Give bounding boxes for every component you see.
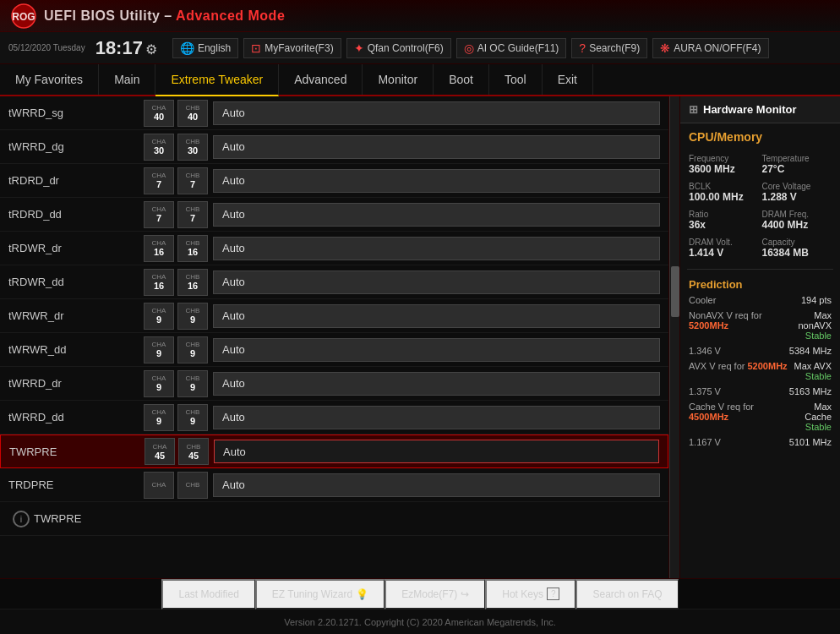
nav-tool[interactable]: Tool: [489, 64, 543, 95]
param-input[interactable]: [214, 440, 659, 463]
chb-box: CHB 9: [177, 303, 208, 330]
stat-value: 36x: [689, 219, 759, 231]
nav-main[interactable]: Main: [99, 64, 155, 95]
scrollbar[interactable]: [669, 96, 679, 578]
navbar: My Favorites Main Extreme Tweaker Advanc…: [0, 64, 840, 96]
param-input[interactable]: [213, 271, 660, 294]
stat-cell: DRAM Volt. 1.414 V: [687, 234, 761, 262]
hot-keys-btn[interactable]: Hot Keys ?: [485, 579, 575, 609]
param-row[interactable]: TWRPRE CHA 45 CHB 45: [0, 435, 668, 468]
cha-box: CHA 9: [144, 336, 174, 363]
param-row[interactable]: tWRRD_sg CHA 40 CHB 40: [0, 96, 668, 130]
nav-exit[interactable]: Exit: [543, 64, 593, 95]
fan-icon: ✦: [354, 41, 364, 55]
cha-box: CHA 45: [145, 438, 175, 465]
stat-label: DRAM Freq.: [762, 210, 832, 219]
search-btn[interactable]: ? Search(F9): [571, 38, 647, 58]
prediction-row: 1.167 V 5101 MHz: [680, 435, 840, 450]
app-title: UEFI BIOS Utility – Advanced Mode: [44, 8, 285, 24]
cha-value: 16: [154, 247, 164, 257]
param-row[interactable]: tWRWR_dd CHA 9 CHB 9: [0, 333, 668, 367]
prediction-row: 1.346 V 5384 MHz: [680, 343, 840, 358]
last-modified-btn[interactable]: Last Modified: [161, 579, 254, 609]
ez-tuning-btn[interactable]: EZ Tuning Wizard 💡: [255, 579, 385, 609]
nav-advanced[interactable]: Advanced: [279, 64, 363, 95]
bottom-bar: Last Modified EZ Tuning Wizard 💡 EzMode(…: [0, 578, 840, 609]
param-input[interactable]: [213, 169, 660, 193]
chb-label: CHB: [186, 341, 200, 348]
nav-monitor[interactable]: Monitor: [363, 64, 434, 95]
aura-btn[interactable]: ❋ AURA ON/OFF(F4): [652, 38, 768, 58]
param-input[interactable]: [213, 135, 660, 159]
chb-label: CHB: [186, 239, 200, 247]
lightbulb-icon: 💡: [356, 588, 368, 600]
cha-value: 40: [154, 112, 164, 122]
param-row[interactable]: tRDRD_dr CHA 7 CHB 7: [0, 164, 668, 198]
chb-value: 16: [188, 247, 198, 257]
cha-value: 9: [156, 348, 161, 358]
english-btn[interactable]: 🌐 English: [172, 38, 238, 58]
nav-extreme-tweaker[interactable]: Extreme Tweaker: [155, 64, 279, 96]
param-row[interactable]: tWRWR_dr CHA 9 CHB 9: [0, 299, 668, 333]
aioc-btn[interactable]: ◎ AI OC Guide(F11): [456, 38, 567, 58]
param-row[interactable]: tRDWR_dr CHA 16 CHB 16: [0, 232, 668, 265]
cha-box: CHA 7: [144, 167, 174, 194]
chb-box: CHB 9: [177, 404, 208, 431]
cha-label: CHA: [152, 307, 166, 314]
scroll-thumb[interactable]: [671, 266, 679, 317]
pred-value: Max nonAVXStable: [786, 310, 832, 341]
cha-value: 16: [154, 281, 164, 291]
param-name: tRDWR_dd: [8, 276, 144, 288]
stat-label: DRAM Volt.: [689, 238, 759, 247]
chb-label: CHB: [186, 307, 200, 314]
param-row[interactable]: tWRRD_dg CHA 30 CHB 30: [0, 130, 668, 164]
datetime-display: 05/12/2020 Tuesday: [8, 43, 85, 53]
stat-value: 1.414 V: [689, 247, 759, 259]
param-row[interactable]: tRDWR_dd CHA 16 CHB 16: [0, 265, 668, 299]
param-input[interactable]: [213, 372, 660, 396]
stat-label: Ratio: [689, 210, 759, 219]
chb-box: CHB 30: [177, 134, 208, 161]
param-input[interactable]: [213, 101, 660, 125]
cha-label: CHA: [153, 443, 167, 451]
stat-value: 27°C: [762, 163, 832, 175]
cha-box: CHA 16: [144, 235, 174, 262]
pred-label: 1.167 V: [689, 437, 721, 447]
param-input[interactable]: [213, 304, 660, 328]
param-row[interactable]: tWRRD_dr CHA 9 CHB 9: [0, 367, 668, 401]
param-name: tWRWR_dd: [8, 343, 144, 356]
param-row[interactable]: tWRRD_dd CHA 9 CHB 9: [0, 401, 668, 435]
stat-cell: BCLK 100.00 MHz: [687, 178, 761, 206]
chb-label: CHB: [186, 374, 200, 382]
param-row[interactable]: tRDRD_dd CHA 7 CHB 7: [0, 198, 668, 232]
param-name: tRDWR_dr: [8, 242, 144, 254]
chb-label: CHB: [186, 172, 200, 179]
param-input[interactable]: [213, 473, 660, 497]
qfan-btn[interactable]: ✦ Qfan Control(F6): [346, 38, 451, 58]
param-name: TWRPRE: [9, 445, 145, 458]
param-input[interactable]: [213, 203, 660, 227]
settings-icon[interactable]: ⚙: [145, 41, 157, 57]
info-icon-cell: i: [8, 511, 34, 527]
myfavorite-btn[interactable]: ⊡ MyFavorite(F3): [243, 38, 341, 58]
monitor-icon: ⊞: [689, 103, 698, 116]
nav-my-favorites[interactable]: My Favorites: [0, 64, 99, 95]
chb-value: 30: [188, 145, 198, 156]
param-name: TWRPRE: [34, 512, 169, 525]
nav-boot[interactable]: Boot: [434, 64, 489, 95]
param-input[interactable]: [213, 237, 660, 260]
cha-label: CHA: [152, 239, 166, 247]
chb-value: 40: [188, 112, 198, 122]
pred-value: 194 pts: [801, 295, 832, 305]
chb-value: 16: [188, 281, 198, 291]
stat-label: Core Voltage: [762, 182, 832, 191]
ez-mode-btn[interactable]: EzMode(F7) ↪: [385, 579, 485, 609]
param-row[interactable]: i TWRPRE: [0, 502, 668, 536]
chb-value: 9: [190, 416, 195, 426]
param-input[interactable]: [213, 338, 660, 362]
pred-label: 1.375 V: [689, 386, 721, 396]
param-row[interactable]: TRDPRE CHA CHB: [0, 468, 668, 502]
prediction-title: Prediction: [680, 273, 840, 292]
param-input[interactable]: [213, 406, 660, 429]
search-faq-btn[interactable]: Search on FAQ: [575, 579, 678, 609]
